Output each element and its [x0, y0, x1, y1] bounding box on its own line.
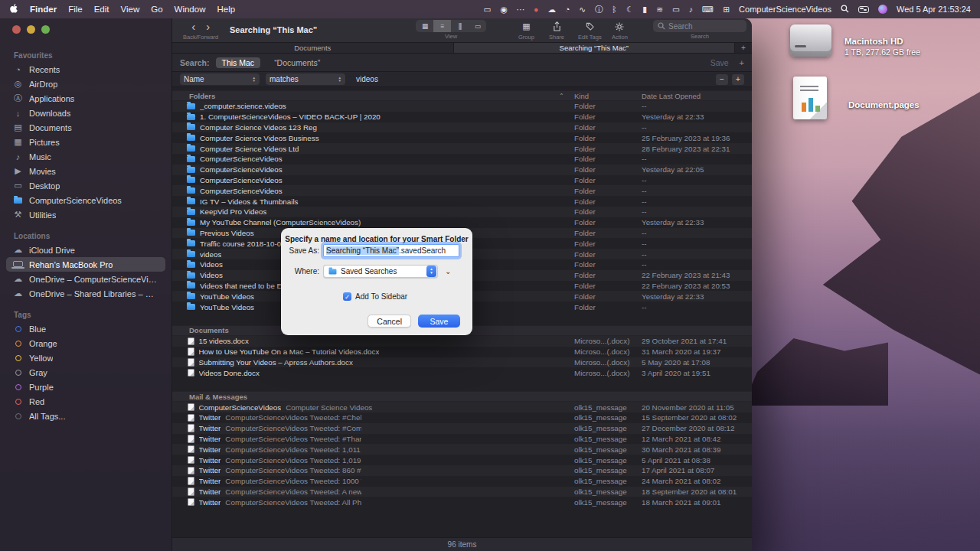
sidebar-item-onedrive-shared-libraries-comp[interactable]: ☁OneDrive – Shared Libraries – Comp... [6, 286, 165, 301]
action-gear-icon[interactable] [615, 20, 624, 33]
scope-documents[interactable]: “Documents” [268, 57, 326, 68]
sidebar-item-all-tags[interactable]: All Tags... [6, 409, 165, 423]
menu-file[interactable]: File [68, 5, 83, 14]
apple-menu[interactable] [9, 4, 18, 15]
control-center-icon[interactable] [858, 6, 869, 13]
list-row[interactable]: 15 videos.docxMicroso...(.docx)29 Octobe… [172, 336, 752, 347]
sidebar-item-purple[interactable]: Purple [6, 380, 165, 394]
display-mirroring-icon[interactable]: ▭ [484, 5, 492, 14]
view-segment-1[interactable]: ≡ [433, 20, 451, 32]
toolbar-search-field[interactable]: Search [653, 20, 746, 32]
forward-button[interactable]: › [206, 21, 210, 32]
sidebar-item-downloads[interactable]: ↓Downloads [6, 106, 165, 120]
list-row[interactable]: _computer.science.videosFolder-- [172, 101, 752, 112]
list-row[interactable]: TwitterComputerScienceVideos Tweeted: 1,… [172, 455, 752, 465]
grid-icon[interactable]: ⊞ [723, 5, 730, 14]
screen-record-icon[interactable]: ◉ [500, 5, 507, 14]
section-header-folders[interactable]: Folders⌃KindDate Last Opened [172, 90, 752, 101]
desktop-icon-document-pages[interactable] [793, 77, 827, 119]
new-tab-button[interactable]: + [735, 43, 752, 53]
tab-searching-this-mac[interactable]: Searching “This Mac” [454, 43, 736, 53]
list-row[interactable]: 1. ComputerScienceVideos – VIDEO BACK-UP… [172, 112, 752, 122]
chevron-down-icon[interactable]: ⌄ [445, 269, 451, 274]
list-row[interactable]: TwitterComputerScienceVideos Tweeted: 1,… [172, 444, 752, 455]
battery-icon[interactable]: ▮ [642, 5, 647, 14]
list-row[interactable]: IG TV – Videos & ThumbnailsFolder-- [172, 196, 752, 207]
sidebar-item-desktop[interactable]: ▭Desktop [6, 178, 165, 193]
sidebar-item-documents[interactable]: ▤Documents [6, 120, 165, 135]
menu-window[interactable]: Window [175, 5, 206, 14]
sidebar-item-blue[interactable]: Blue [6, 321, 165, 336]
view-segmented-control[interactable]: ▦≡|||▭ [416, 20, 486, 32]
cancel-button[interactable]: Cancel [368, 315, 411, 328]
sidebar-item-movies[interactable]: ▶Movies [6, 164, 165, 178]
sidebar-item-icloud-drive[interactable]: ☁iCloud Drive [6, 243, 165, 257]
red-app-icon[interactable]: ● [534, 5, 538, 14]
more-icon[interactable]: ⋯ [517, 5, 525, 14]
zoom-button[interactable] [41, 25, 50, 34]
menubar-clock[interactable]: Wed 5 Apr 21:53:24 [897, 5, 971, 14]
desktop-icon-macintosh-hd[interactable] [790, 24, 831, 57]
sidebar-item-orange[interactable]: Orange [6, 336, 165, 350]
bluetooth-icon[interactable]: ᛒ [612, 5, 617, 14]
share-icon[interactable] [553, 20, 561, 33]
sidebar-item-rehan-s-macbook-pro[interactable]: Rehan’s MacBook Pro [6, 257, 165, 272]
view-segment-0[interactable]: ▦ [416, 20, 433, 32]
column-header-kind[interactable]: Kind [574, 92, 589, 100]
menu-finder[interactable]: Finder [30, 5, 57, 14]
menu-help[interactable]: Help [217, 5, 235, 14]
add-criteria-button[interactable]: + [732, 74, 744, 85]
list-row[interactable]: ComputerScienceVideosFolder-- [172, 154, 752, 165]
list-row[interactable]: TwitterComputerScienceVideos Tweeted: A … [172, 487, 752, 497]
view-segment-2[interactable]: ||| [451, 20, 469, 32]
list-row[interactable]: TwitterComputerScienceVideos Tweeted: #C… [172, 423, 752, 434]
list-row[interactable]: TwitterComputerScienceVideos Tweeted: 86… [172, 465, 752, 476]
chevron-up-icon[interactable]: ⌃ [559, 93, 564, 99]
list-row[interactable]: KeepVid Pro VideosFolder-- [172, 207, 752, 217]
list-row[interactable]: TwitterComputerScienceVideos Tweeted: Al… [172, 497, 752, 507]
volume-icon[interactable]: ♪ [689, 5, 693, 14]
where-popup[interactable]: Saved Searches ▲▼ [323, 265, 438, 278]
sidebar-item-yellow[interactable]: Yellow [6, 350, 165, 365]
siri-icon[interactable] [878, 5, 887, 14]
edit-tags-icon[interactable] [586, 20, 594, 33]
list-row[interactable]: ComputerScienceVideosFolder-- [172, 185, 752, 196]
sidebar-item-airdrop[interactable]: ◎AirDrop [6, 77, 165, 91]
minimize-button[interactable] [27, 25, 35, 34]
info-icon[interactable]: ⓘ [595, 5, 603, 14]
clock-menu-icon[interactable]: ◔ [565, 5, 570, 14]
list-row[interactable]: Submitting Your Videos – Apress Authors.… [172, 357, 752, 368]
remove-criteria-button[interactable]: − [716, 74, 728, 85]
tab-documents[interactable]: Documents [172, 43, 454, 53]
menu-go[interactable]: Go [151, 5, 162, 14]
add-search-criteria-button[interactable]: + [740, 58, 744, 67]
docker-icon[interactable]: ∿ [579, 5, 586, 14]
sidebar-item-gray[interactable]: Gray [6, 365, 165, 380]
sidebar-item-applications[interactable]: ⒶApplications [6, 91, 165, 106]
close-button[interactable] [12, 25, 21, 34]
save-search-button[interactable]: Save [710, 58, 729, 67]
save-button[interactable]: Save [418, 315, 460, 328]
sidebar-item-pictures[interactable]: ▦Pictures [6, 135, 165, 149]
moon-icon[interactable]: ☾ [626, 5, 633, 14]
back-button[interactable]: ‹ [191, 21, 195, 32]
view-segment-3[interactable]: ▭ [469, 20, 486, 32]
list-row[interactable]: My YouTube Channel (ComputerScienceVideo… [172, 217, 752, 228]
sidebar-item-recents[interactable]: ◔Recents [6, 62, 165, 77]
sidebar-item-music[interactable]: ♪Music [6, 149, 165, 164]
list-row[interactable]: Computer Science Videos LtdFolder28 Febr… [172, 143, 752, 154]
list-row[interactable]: TwitterComputerScienceVideos Tweeted: 10… [172, 476, 752, 487]
filename-field[interactable]: Searching “This Mac”.savedSearch [323, 244, 459, 257]
group-by-icon[interactable]: ▦ [522, 20, 530, 33]
keyboard-icon[interactable]: ⌨ [702, 5, 714, 14]
column-header-date[interactable]: Date Last Opened [642, 92, 701, 100]
criteria-search-term[interactable]: videos [356, 75, 378, 83]
list-row[interactable]: Videos Done.docxMicroso...(.docx)3 April… [172, 367, 752, 378]
sidebar-item-onedrive-computersciencevideos[interactable]: ☁OneDrive – ComputerScienceVideos [6, 272, 165, 286]
list-row[interactable]: Computer Science Videos BusinessFolder25… [172, 132, 752, 143]
add-to-sidebar-checkbox[interactable]: ✓ [343, 292, 351, 301]
list-row[interactable]: ComputerScienceVideosFolder-- [172, 175, 752, 186]
sidebar-item-red[interactable]: Red [6, 394, 165, 409]
menu-view[interactable]: View [121, 5, 140, 14]
wifi-icon[interactable]: ≋ [656, 5, 663, 14]
